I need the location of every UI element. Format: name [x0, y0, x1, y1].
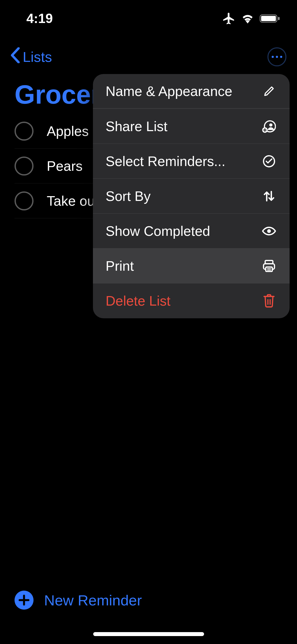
- svg-rect-10: [266, 267, 272, 272]
- back-label: Lists: [23, 49, 52, 65]
- menu-item-sort-by[interactable]: Sort By: [93, 179, 290, 214]
- menu-item-label: Delete List: [106, 293, 171, 309]
- menu-item-label: Print: [106, 258, 134, 274]
- svg-point-7: [267, 229, 271, 233]
- pencil-icon: [261, 85, 277, 98]
- status-bar: 4:19: [0, 0, 297, 37]
- reminder-label: Pears: [47, 158, 83, 174]
- reminder-label: Take out: [47, 193, 99, 209]
- sort-arrows-icon: [261, 189, 277, 203]
- svg-point-4: [269, 123, 272, 126]
- plus-circle-icon: [15, 591, 34, 610]
- menu-item-share-list[interactable]: Share List: [93, 109, 290, 144]
- svg-rect-2: [278, 17, 280, 20]
- menu-item-label: Sort By: [106, 188, 151, 204]
- status-icons: [222, 12, 281, 25]
- menu-item-select-reminders[interactable]: Select Reminders...: [93, 144, 290, 179]
- menu-item-label: Show Completed: [106, 223, 210, 239]
- check-circle-icon: [261, 155, 277, 168]
- new-reminder-label: New Reminder: [44, 592, 142, 609]
- chevron-left-icon: [11, 47, 20, 66]
- reminder-checkbox[interactable]: [15, 157, 34, 176]
- reminder-checkbox[interactable]: [15, 122, 34, 141]
- menu-item-label: Name & Appearance: [106, 83, 232, 99]
- trash-icon: [261, 294, 277, 308]
- airplane-mode-icon: [222, 12, 236, 25]
- home-indicator[interactable]: [93, 632, 204, 636]
- ellipsis-icon: [272, 56, 282, 58]
- menu-item-show-completed[interactable]: Show Completed: [93, 214, 290, 249]
- printer-icon: [261, 259, 277, 273]
- menu-item-name-appearance[interactable]: Name & Appearance: [93, 74, 290, 109]
- menu-item-delete-list[interactable]: Delete List: [93, 283, 290, 318]
- menu-item-label: Share List: [106, 118, 167, 134]
- new-reminder-button[interactable]: New Reminder: [15, 591, 142, 610]
- menu-item-label: Select Reminders...: [106, 153, 225, 169]
- eye-icon: [261, 226, 277, 236]
- nav-bar: Lists: [0, 40, 297, 74]
- reminder-checkbox[interactable]: [15, 191, 34, 210]
- more-options-button[interactable]: [267, 47, 286, 66]
- battery-icon: [260, 13, 281, 24]
- back-button[interactable]: Lists: [11, 47, 52, 66]
- context-menu: Name & Appearance Share List Select Remi…: [93, 74, 290, 318]
- svg-rect-1: [261, 16, 276, 21]
- person-add-icon: [261, 119, 277, 133]
- reminder-label: Apples: [47, 123, 89, 139]
- menu-item-print[interactable]: Print: [93, 249, 290, 283]
- wifi-icon: [241, 13, 254, 24]
- status-time: 4:19: [26, 11, 53, 26]
